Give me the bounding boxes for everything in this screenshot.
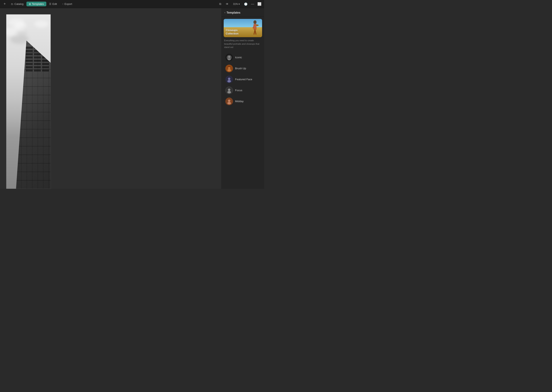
zoom-level: 31% xyxy=(233,3,238,6)
export-nav-item[interactable]: ↑ Export xyxy=(60,2,75,6)
eye-icon[interactable]: 👁 xyxy=(225,1,230,7)
collection-banner[interactable]: Closeups Collection xyxy=(224,19,262,37)
template-name-iconic: Iconic xyxy=(235,56,242,59)
svg-point-15 xyxy=(228,77,230,80)
thumb-featured-image xyxy=(225,76,233,83)
export-label: Export xyxy=(64,2,72,6)
collection-description: Everything you need to create beautiful … xyxy=(222,39,264,51)
svg-point-0 xyxy=(254,20,257,24)
svg-point-19 xyxy=(227,91,231,93)
building xyxy=(16,41,51,189)
svg-point-18 xyxy=(228,89,230,91)
thumb-midday-image xyxy=(225,98,233,105)
template-item-iconic[interactable]: Iconic xyxy=(223,52,263,63)
cloud-6 xyxy=(10,35,29,44)
add-icon: + xyxy=(4,2,6,6)
sidebar-title: Templates xyxy=(226,11,240,14)
photo-background xyxy=(6,14,51,189)
minimize-button[interactable]: — xyxy=(250,1,255,7)
canvas-area xyxy=(0,8,221,189)
back-icon[interactable]: ‹ xyxy=(225,11,225,14)
templates-label: Templates xyxy=(32,2,44,6)
edit-nav-item[interactable]: ☰ Edit xyxy=(47,2,59,6)
photo-container xyxy=(6,14,51,189)
template-name-midday: Midday xyxy=(235,100,244,103)
template-name-brushup: Brush Up xyxy=(235,67,246,70)
template-item-midday[interactable]: Midday xyxy=(223,96,263,107)
svg-point-16 xyxy=(227,80,231,83)
template-name-focus: Focus xyxy=(235,89,242,92)
templates-icon: ⊞ xyxy=(29,3,31,6)
right-sidebar: ‹ Templates Closeups Collection xyxy=(221,8,264,189)
template-thumb-featured-face xyxy=(225,76,233,83)
svg-point-23 xyxy=(227,102,231,105)
folder-icon: 🗀 xyxy=(11,3,14,6)
template-thumb-midday xyxy=(225,98,233,105)
svg-point-6 xyxy=(256,25,259,26)
template-thumb-focus xyxy=(225,86,233,94)
zoom-chevron-icon: ▾ xyxy=(239,3,240,6)
thumb-iconic-image xyxy=(225,54,233,61)
cloud-4 xyxy=(34,21,49,28)
svg-point-22 xyxy=(228,99,230,102)
template-item-brushup[interactable]: Brush Up xyxy=(223,63,263,74)
edit-label: Edit xyxy=(52,2,57,6)
sidebar-header: ‹ Templates xyxy=(222,8,264,16)
export-icon: ↑ xyxy=(62,3,64,6)
template-item-featured-face[interactable]: Featured Face xyxy=(223,74,263,85)
thumb-brushup-image xyxy=(225,65,233,72)
nav-bar: 🗀 Catalog ⊞ Templates ☰ Edit ↑ Export xyxy=(8,2,75,6)
titlebar: + 🗀 Catalog ⊞ Templates ☰ Edit ↑ Export … xyxy=(0,0,264,8)
add-button[interactable]: + xyxy=(2,1,7,7)
template-thumb-brushup xyxy=(225,65,233,72)
main-layout: ‹ Templates Closeups Collection xyxy=(0,8,264,189)
svg-point-10 xyxy=(227,58,231,60)
svg-point-9 xyxy=(228,56,230,58)
thumb-focus-image xyxy=(225,86,233,94)
svg-line-5 xyxy=(255,30,256,34)
catalog-nav-item[interactable]: 🗀 Catalog xyxy=(8,2,26,6)
svg-point-13 xyxy=(227,69,231,71)
template-list: Iconic Brush Up xyxy=(222,51,264,189)
template-item-focus[interactable]: Focus xyxy=(223,85,263,96)
template-thumb-iconic xyxy=(225,54,233,61)
zoom-control[interactable]: 31% ▾ xyxy=(231,2,241,6)
titlebar-right-controls: ⧉ 👁 31% ▾ 🕐 — ⬜ xyxy=(218,1,262,7)
template-name-featured-face: Featured Face xyxy=(235,78,252,81)
catalog-label: Catalog xyxy=(14,2,24,6)
windows-grid xyxy=(16,41,51,189)
templates-nav-item[interactable]: ⊞ Templates xyxy=(26,2,46,6)
edit-icon: ☰ xyxy=(49,3,51,6)
clock-icon[interactable]: 🕐 xyxy=(243,1,248,7)
banner-label: Closeups Collection xyxy=(226,29,239,35)
copy-view-icon[interactable]: ⧉ xyxy=(218,1,223,7)
banner-person-icon xyxy=(251,20,259,35)
maximize-button[interactable]: ⬜ xyxy=(257,1,262,7)
